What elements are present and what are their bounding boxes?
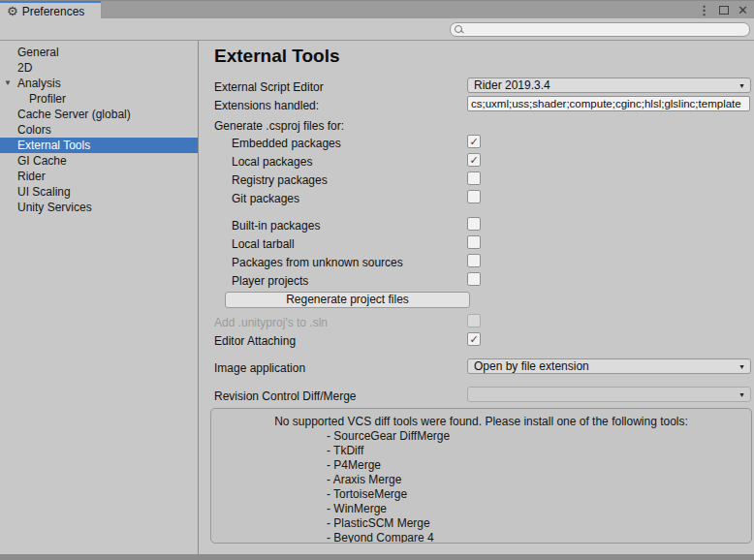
player-projects-checkbox[interactable] [467, 272, 481, 286]
registry-packages-label: Registry packages [214, 172, 328, 188]
checkmark-icon: ✓ [468, 333, 480, 345]
vcs-tool-item: - P4Merge [327, 458, 751, 473]
row-local-tarball: Local tarball [214, 234, 751, 250]
sidebar-item-external-tools[interactable]: External Tools [0, 138, 198, 153]
editor-attaching-label: Editor Attaching [214, 334, 296, 348]
preferences-tab[interactable]: ⚙ Preferences [0, 1, 102, 19]
git-packages-label: Git packages [214, 191, 299, 206]
generate-csproj-label: Generate .csproj files for: [214, 119, 344, 133]
row-git-packages: Git packages [214, 189, 751, 204]
search-icon [455, 25, 463, 34]
row-builtin-packages: Built-in packages [214, 216, 751, 232]
main-panel: External Tools External Script Editor Ri… [199, 41, 754, 554]
content-area: General 2D ▼Analysis Profiler Cache Serv… [0, 41, 754, 554]
sidebar-item-general[interactable]: General [0, 45, 198, 60]
gear-icon: ⚙ [7, 5, 18, 17]
image-application-value: Open by file extension [474, 359, 589, 373]
editor-attaching-checkbox[interactable]: ✓ [467, 332, 481, 346]
search-box[interactable] [450, 22, 750, 37]
row-generate-csproj: Generate .csproj files for: [214, 116, 751, 132]
row-extensions-handled: Extensions handled: cs;uxml;uss;shader;c… [214, 96, 751, 111]
maximize-icon[interactable] [719, 6, 729, 15]
sidebar-item-ui-scaling[interactable]: UI Scaling [0, 184, 198, 200]
menu-icon[interactable]: ⋮ [698, 1, 710, 19]
local-packages-label: Local packages [214, 154, 312, 170]
close-icon[interactable]: ✕ [738, 1, 748, 19]
local-tarball-label: Local tarball [214, 236, 295, 252]
vcs-tool-item: - WinMerge [327, 502, 751, 516]
sidebar-item-colors[interactable]: Colors [0, 122, 198, 138]
regenerate-project-files-button[interactable]: Regenerate project files [225, 292, 470, 308]
vcs-tool-item: - TkDiff [327, 444, 751, 458]
sidebar-item-rider[interactable]: Rider [0, 169, 198, 184]
preferences-window: ⚙ Preferences ⋮ ✕ General 2D ▼Analysis P… [0, 0, 754, 560]
row-revision-control: Revision Control Diff/Merge ▼ [214, 387, 751, 402]
external-script-editor-label: External Script Editor [214, 80, 324, 94]
sidebar-item-label: Analysis [17, 77, 61, 90]
add-unityproj-checkbox [467, 314, 481, 327]
sidebar-item-gi-cache[interactable]: GI Cache [0, 153, 198, 169]
external-script-editor-dropdown[interactable]: Rider 2019.3.4 ▼ [467, 78, 751, 93]
unknown-sources-checkbox[interactable] [467, 254, 481, 267]
checkmark-icon: ✓ [468, 154, 480, 166]
vcs-tool-item: - SourceGear DiffMerge [327, 429, 751, 444]
row-add-unityproj: Add .unityproj's to .sln [214, 313, 751, 328]
local-packages-checkbox[interactable]: ✓ [467, 153, 481, 167]
chevron-down-icon: ▼ [738, 363, 745, 371]
builtin-packages-checkbox[interactable] [467, 217, 481, 231]
row-external-script-editor: External Script Editor Rider 2019.3.4 ▼ [214, 78, 751, 93]
add-unityproj-label: Add .unityproj's to .sln [214, 316, 328, 329]
page-title: External Tools [214, 46, 340, 67]
vcs-tool-item: - Beyond Compare 4 [327, 531, 751, 544]
titlebar: ⚙ Preferences ⋮ ✕ [0, 0, 754, 18]
player-projects-label: Player projects [214, 273, 308, 289]
git-packages-checkbox[interactable] [467, 190, 481, 203]
search-toolbar [0, 18, 754, 41]
window-controls: ⋮ ✕ [698, 1, 748, 19]
row-editor-attaching: Editor Attaching ✓ [214, 331, 751, 347]
vcs-tool-item: - TortoiseMerge [327, 487, 751, 502]
row-unknown-sources: Packages from unknown sources [214, 253, 751, 268]
footer-strip [0, 554, 754, 560]
external-script-editor-value: Rider 2019.3.4 [474, 78, 550, 92]
sidebar-item-2d[interactable]: 2D [0, 60, 198, 76]
sidebar-item-unity-services[interactable]: Unity Services [0, 200, 198, 215]
sidebar-item-profiler[interactable]: Profiler [0, 91, 198, 107]
extensions-handled-label: Extensions handled: [214, 99, 319, 112]
sidebar-item-analysis[interactable]: ▼Analysis [0, 76, 198, 91]
embedded-packages-checkbox[interactable]: ✓ [467, 135, 481, 148]
builtin-packages-label: Built-in packages [214, 218, 320, 233]
chevron-expanded-icon[interactable]: ▼ [4, 76, 12, 91]
row-registry-packages: Registry packages [214, 171, 751, 186]
embedded-packages-label: Embedded packages [214, 136, 341, 151]
vcs-notice-box: No supported VCS diff tools were found. … [210, 408, 752, 544]
row-local-packages: Local packages ✓ [214, 152, 751, 168]
vcs-tool-item: - Araxis Merge [327, 473, 751, 487]
image-application-dropdown[interactable]: Open by file extension ▼ [467, 358, 751, 374]
local-tarball-checkbox[interactable] [467, 235, 481, 249]
chevron-down-icon: ▼ [738, 82, 745, 90]
chevron-down-icon: ▼ [738, 391, 745, 399]
unknown-sources-label: Packages from unknown sources [214, 255, 403, 270]
registry-packages-checkbox[interactable] [467, 171, 481, 185]
extensions-handled-input[interactable]: cs;uxml;uss;shader;compute;cginc;hlsl;gl… [467, 96, 750, 111]
revision-control-label: Revision Control Diff/Merge [214, 389, 357, 403]
row-player-projects: Player projects [214, 271, 751, 287]
row-image-application: Image application Open by file extension… [214, 358, 751, 374]
sidebar-item-cache-server[interactable]: Cache Server (global) [0, 107, 198, 122]
tab-title: Preferences [22, 5, 85, 18]
image-application-label: Image application [214, 361, 305, 375]
revision-control-dropdown[interactable]: ▼ [467, 387, 751, 402]
row-embedded-packages: Embedded packages ✓ [214, 134, 751, 149]
search-input[interactable] [466, 23, 745, 36]
sidebar: General 2D ▼Analysis Profiler Cache Serv… [0, 41, 199, 554]
vcs-tool-list: - SourceGear DiffMerge - TkDiff - P4Merg… [211, 429, 751, 544]
checkmark-icon: ✓ [468, 136, 480, 147]
vcs-tool-item: - PlasticSCM Merge [327, 516, 751, 531]
vcs-notice-headline: No supported VCS diff tools were found. … [211, 415, 751, 429]
